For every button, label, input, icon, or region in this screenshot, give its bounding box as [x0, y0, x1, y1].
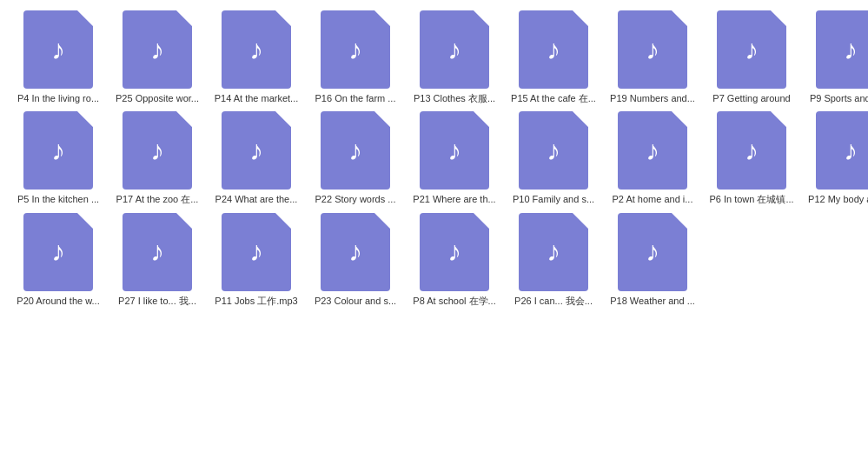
music-file-icon: ♪ — [123, 111, 192, 190]
music-note-icon: ♪ — [150, 135, 164, 167]
file-item[interactable]: ♪P11 Jobs 工作.mp3 — [209, 213, 304, 307]
file-item[interactable]: ♪P23 Colour and s... — [308, 213, 403, 307]
file-label: P13 Clothes 衣服... — [414, 92, 495, 104]
file-label: P23 Colour and s... — [315, 295, 396, 307]
file-item[interactable]: ♪P8 At school 在学... — [407, 213, 502, 307]
music-file-icon: ♪ — [123, 213, 192, 291]
file-item[interactable]: ♪P27 I like to... 我... — [109, 213, 205, 307]
music-note-icon: ♪ — [348, 34, 362, 66]
music-note-icon: ♪ — [646, 34, 659, 66]
file-label: P14 At the market... — [215, 92, 299, 104]
music-file-icon: ♪ — [123, 10, 192, 89]
music-note-icon: ♪ — [447, 135, 461, 167]
music-file-icon: ♪ — [23, 10, 93, 89]
music-file-icon: ♪ — [816, 111, 868, 190]
file-item[interactable]: ♪P25 Opposite wor... — [109, 10, 205, 104]
file-item[interactable]: ♪P22 Story words ... — [308, 111, 403, 205]
file-label: P26 I can... 我会... — [514, 295, 593, 307]
file-item[interactable]: ♪P12 My body and ... — [803, 111, 868, 205]
music-note-icon: ♪ — [150, 236, 164, 268]
file-label: P9 Sports and ho... — [810, 92, 868, 104]
file-label: P18 Weather and ... — [610, 295, 695, 307]
music-file-icon: ♪ — [222, 111, 291, 190]
music-file-icon: ♪ — [420, 10, 489, 89]
music-note-icon: ♪ — [447, 34, 461, 66]
music-file-icon: ♪ — [321, 213, 390, 291]
file-label: P7 Getting around — [712, 92, 790, 104]
music-note-icon: ♪ — [646, 236, 659, 268]
music-note-icon: ♪ — [547, 34, 560, 66]
music-note-icon: ♪ — [51, 34, 65, 66]
music-file-icon: ♪ — [816, 10, 868, 89]
music-file-icon: ♪ — [618, 10, 687, 89]
file-label: P27 I like to... 我... — [118, 295, 196, 307]
file-item[interactable]: ♪P10 Family and s... — [506, 111, 601, 205]
music-note-icon: ♪ — [249, 236, 263, 268]
music-file-icon: ♪ — [519, 213, 588, 291]
music-note-icon: ♪ — [547, 236, 560, 268]
file-item[interactable]: ♪P26 I can... 我会... — [506, 213, 601, 307]
music-file-icon: ♪ — [420, 111, 489, 190]
file-item[interactable]: ♪P21 Where are th... — [407, 111, 502, 205]
music-file-icon: ♪ — [618, 213, 687, 291]
file-label: P22 Story words ... — [315, 193, 396, 205]
file-item[interactable]: ♪P20 Around the w... — [10, 213, 106, 307]
music-note-icon: ♪ — [51, 236, 65, 268]
music-note-icon: ♪ — [447, 236, 461, 268]
music-note-icon: ♪ — [249, 34, 263, 66]
music-file-icon: ♪ — [321, 111, 390, 190]
file-label: P4 In the living ro... — [17, 92, 99, 104]
file-item[interactable]: ♪P7 Getting around — [704, 10, 799, 104]
file-item[interactable]: ♪P2 At home and i... — [605, 111, 700, 205]
music-note-icon: ♪ — [646, 135, 659, 167]
file-item[interactable]: ♪P16 On the farm ... — [308, 10, 403, 104]
music-file-icon: ♪ — [420, 213, 489, 291]
file-label: P10 Family and s... — [513, 193, 594, 205]
file-item[interactable]: ♪P18 Weather and ... — [605, 213, 700, 307]
music-file-icon: ♪ — [321, 10, 390, 89]
file-label: P5 In the kitchen ... — [17, 193, 99, 205]
music-file-icon: ♪ — [23, 213, 93, 291]
music-note-icon: ♪ — [745, 34, 759, 66]
file-label: P8 At school 在学... — [413, 295, 495, 307]
music-note-icon: ♪ — [844, 135, 858, 167]
music-note-icon: ♪ — [844, 34, 858, 66]
file-item[interactable]: ♪P14 At the market... — [209, 10, 304, 104]
file-label: P6 In town 在城镇... — [709, 193, 793, 205]
music-note-icon: ♪ — [348, 236, 362, 268]
file-label: P15 At the cafe 在... — [511, 92, 596, 104]
file-label: P24 What are the... — [215, 193, 298, 205]
file-item[interactable]: ♪P13 Clothes 衣服... — [407, 10, 502, 104]
music-note-icon: ♪ — [249, 135, 263, 167]
music-file-icon: ♪ — [23, 111, 93, 190]
file-label: P11 Jobs 工作.mp3 — [215, 295, 297, 307]
music-note-icon: ♪ — [150, 34, 164, 66]
music-note-icon: ♪ — [51, 135, 65, 167]
file-label: P16 On the farm ... — [315, 92, 396, 104]
music-file-icon: ♪ — [222, 213, 291, 291]
file-label: P21 Where are th... — [413, 193, 495, 205]
file-item[interactable]: ♪P17 At the zoo 在... — [109, 111, 205, 205]
file-item[interactable]: ♪P24 What are the... — [209, 111, 304, 205]
music-note-icon: ♪ — [745, 135, 759, 167]
music-file-icon: ♪ — [717, 111, 786, 190]
music-file-icon: ♪ — [519, 10, 588, 89]
music-note-icon: ♪ — [348, 135, 362, 167]
file-item[interactable]: ♪P6 In town 在城镇... — [704, 111, 799, 205]
music-file-icon: ♪ — [618, 111, 687, 190]
file-item[interactable]: ♪P15 At the cafe 在... — [506, 10, 601, 104]
file-item[interactable]: ♪P5 In the kitchen ... — [10, 111, 106, 205]
music-file-icon: ♪ — [717, 10, 786, 89]
file-label: P12 My body and ... — [808, 193, 868, 205]
file-label: P2 At home and i... — [613, 193, 693, 205]
music-file-icon: ♪ — [519, 111, 588, 190]
music-file-icon: ♪ — [222, 10, 291, 89]
file-label: P25 Opposite wor... — [116, 92, 199, 104]
file-item[interactable]: ♪P4 In the living ro... — [10, 10, 106, 104]
music-note-icon: ♪ — [547, 135, 560, 167]
file-item[interactable]: ♪P9 Sports and ho... — [803, 10, 868, 104]
file-label: P19 Numbers and... — [610, 92, 695, 104]
file-item[interactable]: ♪P19 Numbers and... — [605, 10, 700, 104]
file-label: P20 Around the w... — [17, 295, 99, 307]
file-grid: ♪P4 In the living ro...♪P25 Opposite wor… — [7, 7, 861, 310]
